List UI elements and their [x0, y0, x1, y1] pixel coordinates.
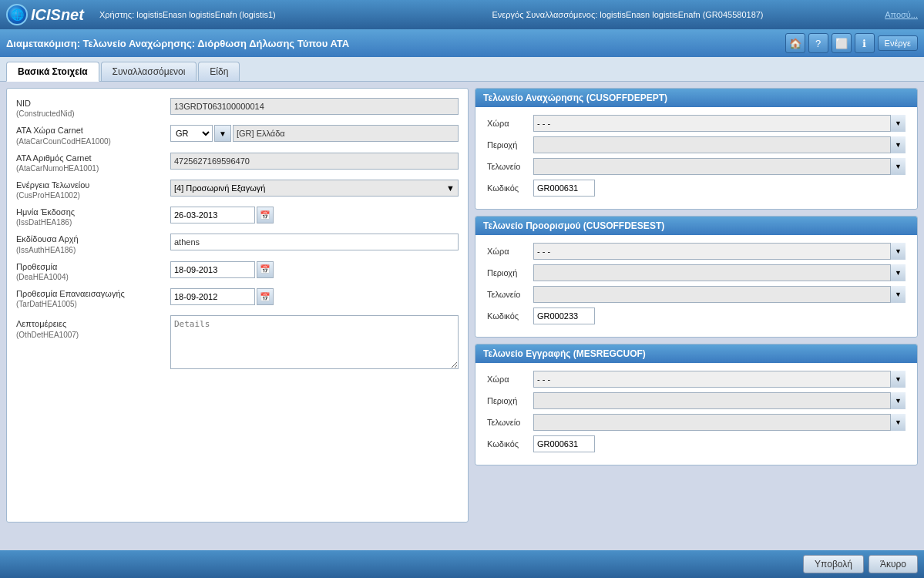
- reg-customs-row: Τελωνείο ▼: [487, 414, 906, 431]
- dep-region-row: Περιοχή ▼: [487, 136, 906, 153]
- dep-region-label: Περιοχή: [487, 140, 533, 150]
- destination-customs-header: Τελωνείο Προορισμού (CUSOFFDESEST): [475, 217, 917, 235]
- dest-region-select[interactable]: [533, 264, 906, 281]
- page-title: Διαμετακόμιση: Τελωνείο Αναχώρησης: Διόρ…: [6, 38, 349, 49]
- registration-customs-body: Χώρα - - - ▼ Περιοχή ▼: [475, 363, 917, 465]
- dest-customs-select-wrapper: ▼: [533, 286, 906, 303]
- reentry-group: 📅: [170, 288, 274, 305]
- reg-customs-select[interactable]: [533, 414, 906, 431]
- dest-region-select-wrapper: ▼: [533, 264, 906, 281]
- details-textarea[interactable]: [170, 315, 459, 369]
- logo-globe-icon: 🌐: [6, 4, 28, 25]
- bottom-bar: Υποβολή Άκυρο: [0, 550, 924, 578]
- deadline-row: Προθεσμία (DeaHEA1004) 📅: [16, 261, 459, 282]
- dest-region-row: Περιοχή ▼: [487, 264, 906, 281]
- user-label: Χρήστης:: [99, 10, 134, 19]
- reentry-cal-btn[interactable]: 📅: [257, 288, 274, 305]
- dest-customs-label: Τελωνείο: [487, 290, 533, 299]
- main-content: NID (ConstructedNid) ΑΤΑ Χώρα Carnet (At…: [0, 82, 924, 529]
- issue-date-label: Ημνία Έκδοσης (IssDatHEA186): [16, 207, 170, 227]
- home-icon-btn[interactable]: 🏠: [785, 33, 805, 53]
- dest-code-row: Κωδικός: [487, 307, 906, 324]
- dep-code-input[interactable]: [533, 180, 595, 197]
- reentry-row: Προθεσμία Επαναεισαγωγής (TarDatHEA1005)…: [16, 288, 459, 309]
- reg-code-input[interactable]: [533, 435, 595, 452]
- user-value: logistisEnasn logistisEnafn (logistis1): [136, 10, 275, 19]
- reg-country-row: Χώρα - - - ▼: [487, 371, 906, 388]
- registration-customs-header: Τελωνείο Εγγραφής (MESREGCUOF): [475, 344, 917, 363]
- top-header: 🌐 ICISnet Χρήστης: logistisEnasn logisti…: [0, 0, 924, 29]
- deadline-cal-btn[interactable]: 📅: [257, 261, 274, 278]
- deadline-label: Προθεσμία (DeaHEA1004): [16, 261, 170, 282]
- issuing-auth-input[interactable]: [170, 234, 459, 250]
- ata-country-select[interactable]: GR: [170, 125, 213, 142]
- tab-items[interactable]: Είδη: [198, 62, 240, 81]
- reg-country-select-wrapper: - - - ▼: [533, 371, 906, 388]
- issue-date-input[interactable]: [170, 207, 255, 223]
- title-bar: Διαμετακόμιση: Τελωνείο Αναχώρησης: Διόρ…: [0, 29, 924, 57]
- cancel-button[interactable]: Άκυρο: [869, 555, 918, 573]
- country-select-arrow[interactable]: ▼: [214, 125, 231, 142]
- reg-customs-select-wrapper: ▼: [533, 414, 906, 431]
- dest-country-select[interactable]: - - -: [533, 243, 906, 260]
- ata-country-row: ΑΤΑ Χώρα Carnet (AtaCarCounCodHEA1000) G…: [16, 125, 459, 146]
- header-user-info: Χρήστης: logistisEnasn logistisEnafn (lo…: [99, 10, 492, 19]
- window-icon-btn[interactable]: ⬜: [832, 33, 852, 53]
- dep-region-select[interactable]: [533, 136, 906, 153]
- nid-input[interactable]: [170, 98, 459, 115]
- departure-customs-box: Τελωνείο Αναχώρησης (CUSOFFDEPEPT) Χώρα …: [475, 88, 918, 210]
- issue-date-cal-btn[interactable]: 📅: [257, 207, 274, 223]
- dep-country-select[interactable]: - - -: [533, 115, 906, 132]
- departure-customs-body: Χώρα - - - ▼ Περιοχή ▼: [475, 107, 917, 209]
- right-panel: Τελωνείο Αναχώρησης (CUSOFFDEPEPT) Χώρα …: [475, 88, 918, 523]
- dest-code-input[interactable]: [533, 307, 595, 324]
- reg-region-label: Περιοχή: [487, 396, 533, 405]
- customs-activity-dropdown[interactable]: [4] Προσωρινή Εξαγωγή ▼: [170, 180, 459, 197]
- dest-country-row: Χώρα - - - ▼: [487, 243, 906, 260]
- ata-country-group: GR ▼: [170, 125, 459, 142]
- dep-code-label: Κωδικός: [487, 183, 533, 193]
- dest-country-label: Χώρα: [487, 247, 533, 256]
- issue-date-row: Ημνία Έκδοσης (IssDatHEA186) 📅: [16, 207, 459, 227]
- logo-area: 🌐 ICISnet: [6, 4, 84, 25]
- ata-country-label: ΑΤΑ Χώρα Carnet (AtaCarCounCodHEA1000): [16, 125, 170, 146]
- dest-customs-select[interactable]: [533, 286, 906, 303]
- nid-label: NID (ConstructedNid): [16, 98, 170, 119]
- dep-customs-select[interactable]: [533, 158, 906, 175]
- issuing-auth-label: Εκδίδουσα Αρχή (IssAuthHEA186): [16, 234, 170, 254]
- ata-country-name-input: [233, 125, 459, 142]
- deadline-input[interactable]: [170, 261, 255, 278]
- energ-button[interactable]: Ενέργε: [878, 35, 918, 51]
- reg-region-row: Περιοχή ▼: [487, 392, 906, 409]
- reg-country-select[interactable]: - - -: [533, 371, 906, 388]
- dest-country-select-wrapper: - - - ▼: [533, 243, 906, 260]
- left-panel: NID (ConstructedNid) ΑΤΑ Χώρα Carnet (At…: [6, 88, 469, 523]
- issuing-auth-row: Εκδίδουσα Αρχή (IssAuthHEA186): [16, 234, 459, 254]
- info-icon-btn[interactable]: ℹ: [855, 33, 875, 53]
- reg-customs-label: Τελωνείο: [487, 418, 533, 427]
- logout-link[interactable]: Αποσύ...: [885, 10, 918, 19]
- reentry-input[interactable]: [170, 288, 255, 305]
- customs-activity-label: Ενέργεια Τελωνείου (CusProHEA1002): [16, 180, 170, 200]
- dep-country-label: Χώρα: [487, 119, 533, 128]
- reg-country-label: Χώρα: [487, 375, 533, 384]
- reg-code-label: Κωδικός: [487, 439, 533, 449]
- help-icon-btn[interactable]: ?: [808, 33, 828, 53]
- dest-region-label: Περιοχή: [487, 268, 533, 277]
- header-active-user: Ενεργός Συναλλασσόμενος: logistisEnasn l…: [492, 10, 885, 19]
- submit-button[interactable]: Υποβολή: [803, 555, 864, 573]
- dep-region-select-wrapper: ▼: [533, 136, 906, 153]
- dep-customs-label: Τελωνείο: [487, 162, 533, 171]
- tab-parties[interactable]: Συναλλασσόμενοι: [101, 62, 197, 81]
- departure-customs-header: Τελωνείο Αναχώρησης (CUSOFFDEPEPT): [475, 89, 917, 107]
- customs-activity-arrow: ▼: [446, 183, 455, 193]
- tab-basic-info[interactable]: Βασικά Στοιχεία: [6, 62, 99, 82]
- active-user-label: Ενεργός Συναλλασσόμενος:: [492, 10, 598, 19]
- details-row: Λεπτομέρειες (OthDetHEA1007): [16, 315, 459, 369]
- reg-region-select[interactable]: [533, 392, 906, 409]
- issue-date-group: 📅: [170, 207, 274, 223]
- dep-country-select-wrapper: - - - ▼: [533, 115, 906, 132]
- logo-text: ICISnet: [31, 6, 84, 24]
- dep-code-row: Κωδικός: [487, 180, 906, 197]
- destination-customs-box: Τελωνείο Προορισμού (CUSOFFDESEST) Χώρα …: [475, 216, 918, 338]
